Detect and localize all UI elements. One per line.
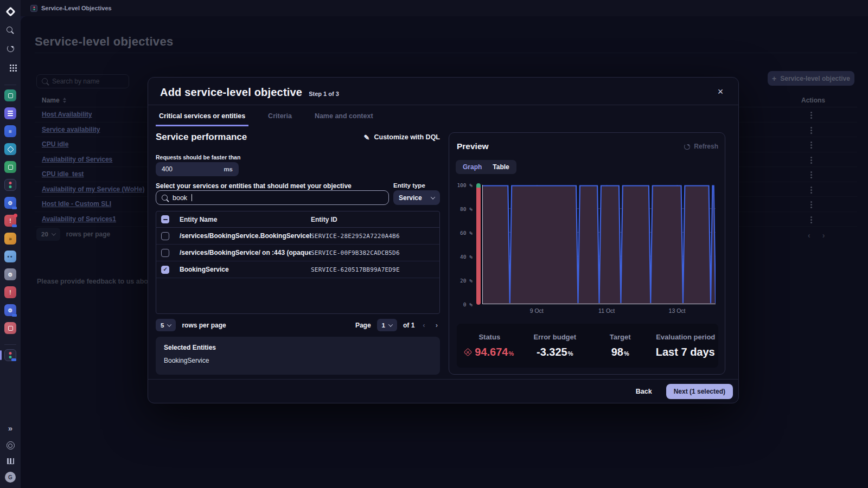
new-badge — [12, 207, 17, 209]
add-slo-modal: Add service-level objective Step 1 of 3 … — [148, 77, 739, 403]
metric-evaluation-period: Evaluation period Last 7 days — [653, 324, 719, 368]
critical-status-icon — [464, 348, 473, 357]
recent-history-icon[interactable] — [5, 43, 16, 54]
expand-sidebar-icon[interactable]: » — [8, 423, 12, 433]
tab-name-and-context[interactable]: Name and context — [311, 111, 376, 126]
col-entity-name: Entity Name — [180, 216, 311, 223]
notebooks-app-icon[interactable] — [4, 322, 16, 334]
rows-per-page-label: rows per page — [182, 322, 226, 329]
select-all-checkbox[interactable] — [161, 215, 169, 223]
chevron-down-icon — [431, 195, 435, 199]
threshold-value: 400 — [162, 165, 173, 173]
problems-app-icon[interactable]: ! — [4, 215, 16, 227]
entity-type-label: Entity type — [393, 182, 425, 189]
tab-criteria[interactable]: Criteria — [265, 111, 295, 126]
sidebar-divider — [4, 85, 16, 85]
services-app-icon[interactable] — [4, 107, 16, 119]
entity-table: Entity Name Entity ID /services/BookingS… — [156, 211, 440, 314]
chart-y-axis: 0 %20 %40 %60 %80 %100 % — [449, 185, 477, 304]
app-grid-icon[interactable] — [5, 62, 16, 73]
y-tick-label: 0 % — [463, 301, 473, 307]
close-icon[interactable]: × — [713, 85, 727, 99]
preview-title: Preview — [457, 142, 489, 151]
header-divider — [148, 105, 738, 105]
of-label: of 1 — [403, 322, 414, 329]
y-tick-label: 20 % — [460, 278, 473, 284]
settings-gear-app-icon[interactable]: ⚙ — [4, 268, 16, 280]
metric-error-budget: Error budget -3.325% — [522, 324, 588, 368]
y-tick-label: 100 % — [457, 182, 473, 188]
preview-view-switch: Graph Table — [456, 160, 516, 174]
incidents-app-icon[interactable]: ! — [4, 286, 16, 298]
threshold-input[interactable]: 400 ms — [156, 162, 239, 176]
help-icon[interactable] — [7, 441, 15, 450]
preview-panel: Preview Refresh Graph Table 0 %20 %40 %6… — [449, 132, 725, 375]
threshold-label: Requests should be faster than — [156, 154, 240, 160]
app-sidebar: ≡ ⚙ ! » •• ⚙ ! ⚙ » G — [0, 0, 21, 488]
customize-with-dql-link[interactable]: ✎ Customize with DQL — [364, 133, 440, 142]
row-checkbox[interactable] — [161, 232, 169, 240]
prev-page-icon[interactable]: ‹ — [420, 321, 427, 329]
settings-sliders-app-icon[interactable]: ≡ — [4, 125, 16, 137]
metric-status: Status 94.674% — [457, 324, 522, 368]
next-page-icon[interactable]: › — [433, 321, 440, 329]
col-entity-id: Entity ID — [311, 216, 439, 223]
next-button[interactable]: Next (1 selected) — [666, 384, 733, 399]
extensions-app-icon[interactable]: ⚙ — [4, 197, 16, 209]
entity-table-pagination: 5 rows per page Page 1 of 1 ‹ › — [156, 319, 440, 331]
sidebar-item-slo-active[interactable] — [4, 349, 16, 361]
refresh-button[interactable]: Refresh — [684, 143, 718, 150]
metric-target: Target 98% — [588, 324, 653, 368]
sidebar-divider — [4, 344, 16, 345]
tab-label: Service-Level Objectives — [41, 5, 112, 11]
user-avatar[interactable]: G — [5, 472, 16, 483]
chevron-down-icon — [167, 322, 171, 326]
entity-type-select[interactable]: Service — [393, 190, 440, 205]
new-badge — [12, 314, 17, 317]
tab-service-level-objectives[interactable]: Service-Level Objectives — [26, 2, 116, 14]
active-indicator — [0, 350, 2, 360]
workflows-app-icon[interactable]: » — [4, 233, 16, 245]
refresh-icon — [684, 144, 690, 150]
y-tick-label: 40 % — [460, 254, 473, 260]
new-badge — [12, 224, 17, 227]
slo-tab-icon — [30, 5, 37, 12]
pencil-icon: ✎ — [364, 133, 370, 142]
slo-app-icon-active[interactable] — [4, 349, 16, 361]
hub-app-icon[interactable]: ⚙ — [4, 304, 16, 316]
new-badge — [11, 358, 16, 361]
entity-row[interactable]: /services/BookingService.BookingServiceH… — [156, 228, 439, 245]
infrastructure-app-icon[interactable] — [4, 161, 16, 173]
search-icon[interactable] — [5, 25, 16, 36]
wizard-tabs: Critical services or entities Criteria N… — [156, 111, 376, 126]
threshold-unit: ms — [224, 166, 233, 172]
kubernetes-app-icon[interactable] — [4, 143, 16, 155]
screen: ≡ ⚙ ! » •• ⚙ ! ⚙ » G Service-Level Objec… — [0, 0, 868, 488]
usage-chart-icon[interactable] — [7, 458, 14, 464]
entity-row[interactable]: BookingService SERVICE-620517BB99A7ED9E — [156, 261, 439, 278]
tab-table[interactable]: Table — [487, 162, 514, 172]
page-select[interactable]: 1 — [377, 319, 397, 331]
tab-graph[interactable]: Graph — [457, 162, 487, 172]
x-tick-label: 11 Oct — [598, 307, 615, 314]
modal-title: Add service-level objective — [160, 86, 302, 99]
dynatrace-logo-icon[interactable] — [5, 7, 16, 17]
entity-row[interactable]: /services/BookingService/ on :443 (opaqu… — [156, 245, 439, 261]
tab-critical-services[interactable]: Critical services or entities — [156, 111, 248, 126]
selected-entities-title: Selected Entities — [164, 344, 432, 351]
row-checkbox[interactable] — [161, 266, 169, 274]
slo-chart-svg — [483, 185, 716, 304]
row-checkbox[interactable] — [161, 249, 169, 257]
back-button[interactable]: Back — [636, 388, 652, 395]
davis-assistant-app-icon[interactable]: •• — [4, 251, 16, 262]
chevron-down-icon — [388, 322, 393, 326]
slo-app-icon[interactable] — [4, 179, 16, 191]
smartscape-app-icon[interactable] — [4, 89, 16, 101]
x-tick-label: 9 Oct — [530, 307, 544, 314]
y-tick-label: 60 % — [460, 230, 473, 236]
slo-threshold-bar — [476, 183, 481, 305]
x-tick-label: 13 Oct — [669, 307, 686, 314]
rows-per-page-select[interactable]: 5 — [156, 319, 176, 331]
entity-search-input[interactable]: book — [156, 190, 389, 205]
step-indicator: Step 1 of 3 — [309, 91, 339, 97]
